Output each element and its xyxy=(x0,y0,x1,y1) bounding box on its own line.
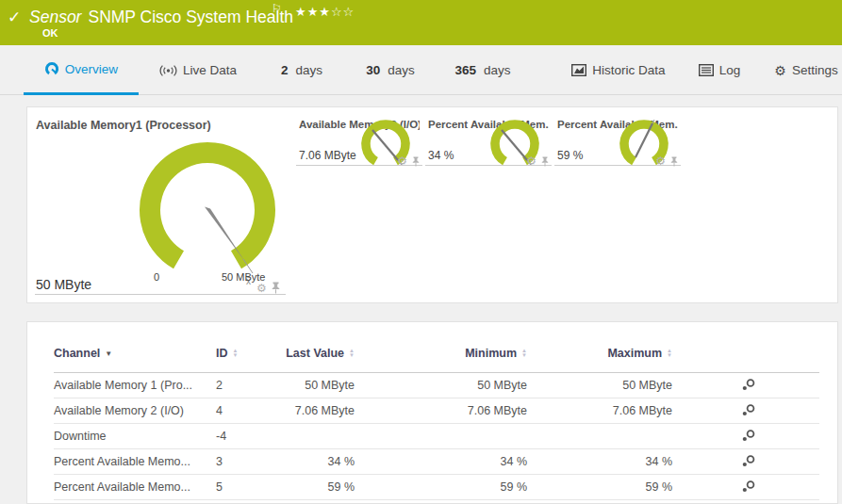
tab-historic-data[interactable]: Historic Data xyxy=(568,45,669,95)
gauge-tile-available-memory1: Available Memory1 (Processor) x̄ 0 50 MB… xyxy=(27,107,293,304)
tab-number: 2 xyxy=(281,63,289,77)
pin-icon[interactable] xyxy=(412,156,420,167)
channel-name: Percent Available Memo... xyxy=(54,474,216,499)
page-title: SensorSNMP Cisco System Health xyxy=(29,8,293,27)
live-data-icon xyxy=(159,64,177,77)
col-header-maximum[interactable]: Maximum▲▼ xyxy=(553,334,699,372)
channel-minimum: 34 % xyxy=(381,448,553,474)
channel-name: Available Memory 1 (Pro... xyxy=(54,372,216,398)
channel-last-value: 59 % xyxy=(274,474,381,499)
tab-label: Live Data xyxy=(183,63,237,77)
status-ok-check-icon: ✓ xyxy=(8,8,21,27)
channel-name: Downtime xyxy=(54,423,216,448)
sort-icon: ▲▼ xyxy=(667,349,672,358)
gear-icon[interactable]: ⚙ xyxy=(526,155,537,167)
gauge-value: 7.06 MByte xyxy=(299,149,356,162)
tab-number: 365 xyxy=(454,63,476,77)
col-header-actions xyxy=(699,334,819,372)
gear-icon[interactable]: ⚙ xyxy=(397,155,407,167)
edit-channel-gears-icon[interactable] xyxy=(741,378,756,392)
status-badge: OK xyxy=(42,27,58,39)
gauge-value: 34 % xyxy=(428,149,454,162)
gear-icon[interactable]: ⚙ xyxy=(256,283,267,294)
edit-channel-gears-icon[interactable] xyxy=(741,429,756,443)
gauge-icon xyxy=(44,61,59,76)
channel-id: 5 xyxy=(216,474,274,499)
sensor-header: ✓ SensorSNMP Cisco System Health ⚐ ★★★☆☆… xyxy=(0,0,842,45)
channel-last-value: 50 MByte xyxy=(274,372,381,398)
edit-channel-gears-icon[interactable] xyxy=(741,403,756,417)
tab-live-data[interactable]: Live Data xyxy=(151,45,245,95)
sort-icon: ▲▼ xyxy=(233,349,239,358)
tab-label: Historic Data xyxy=(592,63,665,77)
channel-last-value xyxy=(274,423,381,448)
table-row: Available Memory 1 (Pro... 2 50 MByte 50… xyxy=(54,372,819,398)
sort-icon: ▲▼ xyxy=(521,349,527,358)
col-header-id[interactable]: ID▲▼ xyxy=(216,334,274,372)
channel-minimum: 7.06 MByte xyxy=(381,398,553,423)
tab-log[interactable]: Log xyxy=(689,45,750,95)
table-row: Available Memory 2 (I/O) 4 7.06 MByte 7.… xyxy=(54,398,819,423)
channel-maximum: 34 % xyxy=(553,448,699,474)
gauge-tile-percent-available-memory-1: Percent Available Mem... 34 % ⚙ xyxy=(425,107,552,166)
table-row: Percent Available Memo... 3 34 % 34 % 34… xyxy=(54,448,819,474)
channel-id: -4 xyxy=(216,423,274,448)
main-gauge: x̄ xyxy=(132,137,283,293)
channels-panel: Channel▼ ID▲▼ Last Value▲▼ Minimum▲▼ Max… xyxy=(26,321,838,504)
gauge-value: 59 % xyxy=(557,149,583,162)
col-header-last-value[interactable]: Last Value▲▼ xyxy=(274,334,381,372)
tab-label: Log xyxy=(719,63,741,77)
tab-2-days[interactable]: 2 days xyxy=(272,45,332,95)
channel-maximum: 7.06 MByte xyxy=(553,398,699,423)
table-row: Downtime -4 xyxy=(54,423,819,448)
channel-last-value: 34 % xyxy=(274,448,381,474)
channel-maximum: 59 % xyxy=(553,474,699,499)
table-header-row: Channel▼ ID▲▼ Last Value▲▼ Minimum▲▼ Max… xyxy=(54,334,819,372)
tab-number: 30 xyxy=(366,63,380,77)
col-header-minimum[interactable]: Minimum▲▼ xyxy=(381,334,553,372)
sensor-name: SNMP Cisco System Health xyxy=(88,8,293,26)
pin-icon[interactable] xyxy=(670,156,678,167)
gauge-scale-min: 0 xyxy=(154,271,159,283)
tab-30-days[interactable]: 30 days xyxy=(356,45,424,95)
channel-id: 3 xyxy=(216,448,274,474)
historic-chart-icon xyxy=(571,64,586,76)
gauge-tile-percent-available-memory-2: Percent Available Mem... 59 % ⚙ xyxy=(554,107,681,166)
gauges-panel: Available Memory1 (Processor) x̄ 0 50 MB… xyxy=(26,106,838,303)
tab-overview[interactable]: Overview xyxy=(24,45,139,95)
stars-empty: ☆☆ xyxy=(331,5,355,19)
col-header-channel[interactable]: Channel▼ xyxy=(54,334,216,372)
tab-label: days xyxy=(295,63,322,77)
stars-filled: ★★★ xyxy=(295,5,331,19)
gear-icon: ⚙ xyxy=(774,64,786,77)
tab-label: Overview xyxy=(65,62,118,76)
channel-minimum xyxy=(381,423,553,448)
edit-channel-gears-icon[interactable] xyxy=(741,480,756,494)
sensor-label: Sensor xyxy=(29,8,81,26)
channels-table: Channel▼ ID▲▼ Last Value▲▼ Minimum▲▼ Max… xyxy=(54,334,819,500)
channel-minimum: 59 % xyxy=(381,474,553,499)
channel-maximum xyxy=(553,423,699,448)
pin-icon[interactable] xyxy=(272,282,280,294)
sort-desc-icon: ▼ xyxy=(105,350,112,358)
gauge-tile-available-memory2: Available Memory2 (I/O) 7.06 MByte ⚙ xyxy=(296,107,422,166)
sort-icon: ▲▼ xyxy=(349,349,355,358)
priority-star-rating[interactable]: ★★★☆☆ xyxy=(295,5,355,19)
log-icon xyxy=(699,64,714,76)
tab-settings[interactable]: ⚙ Settings xyxy=(769,45,842,95)
channel-id: 4 xyxy=(216,398,274,423)
tab-365-days[interactable]: 365 days xyxy=(443,45,522,95)
edit-channel-gears-icon[interactable] xyxy=(741,454,756,468)
tab-label: Settings xyxy=(792,63,838,77)
tab-label: days xyxy=(388,63,415,77)
channel-last-value: 7.06 MByte xyxy=(274,398,381,423)
tab-label: days xyxy=(484,63,511,77)
flag-icon[interactable]: ⚐ xyxy=(272,2,282,15)
pin-icon[interactable] xyxy=(541,156,549,167)
gauge-title: Available Memory1 (Processor) xyxy=(36,119,211,132)
table-row: Percent Available Memo... 5 59 % 59 % 59… xyxy=(54,474,819,499)
tab-bar: Overview Live Data 2 days 30 days 365 da… xyxy=(0,45,842,95)
gear-icon[interactable]: ⚙ xyxy=(655,155,666,167)
tile-divider xyxy=(35,294,286,295)
channel-name: Percent Available Memo... xyxy=(54,448,216,474)
